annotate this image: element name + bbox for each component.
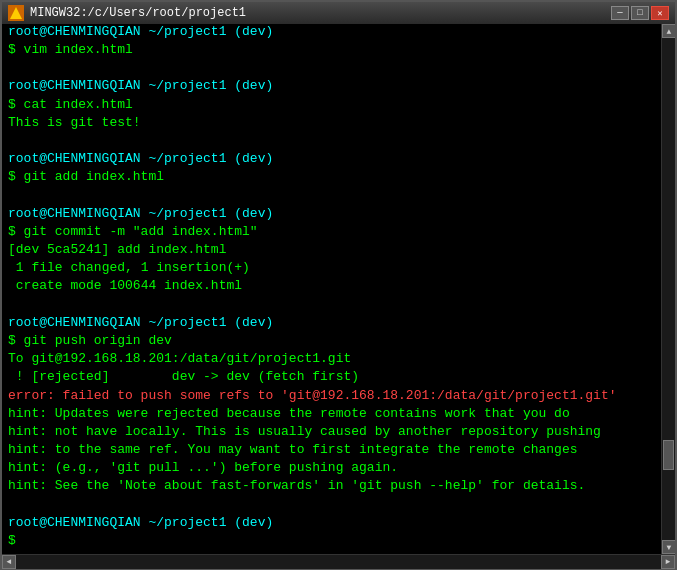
scrollbar: ▲ ▼ (661, 24, 675, 554)
terminal-window: MINGW32:/c/Users/root/project1 ─ □ ✕ roo… (0, 0, 677, 570)
scroll-up-button[interactable]: ▲ (662, 24, 675, 38)
terminal-line: hint: See the 'Note about fast-forwards'… (8, 477, 655, 495)
maximize-button[interactable]: □ (631, 6, 649, 20)
close-button[interactable]: ✕ (651, 6, 669, 20)
terminal-output[interactable]: root@CHENMINGQIAN ~/project1 (master)$ g… (2, 24, 661, 554)
terminal-line (8, 296, 655, 314)
terminal-line (8, 496, 655, 514)
titlebar: MINGW32:/c/Users/root/project1 ─ □ ✕ (2, 2, 675, 24)
terminal-line (8, 132, 655, 150)
terminal-line: error: failed to push some refs to 'git@… (8, 387, 655, 405)
terminal-line: $ vim index.html (8, 41, 655, 59)
terminal-line: 1 file changed, 1 insertion(+) (8, 259, 655, 277)
terminal-line: $ (8, 532, 655, 550)
terminal-line: root@CHENMINGQIAN ~/project1 (dev) (8, 205, 655, 223)
window-controls: ─ □ ✕ (611, 6, 669, 20)
terminal-line: hint: (e.g., 'git pull ...') before push… (8, 459, 655, 477)
scroll-right-button[interactable]: ► (661, 555, 675, 569)
horizontal-track[interactable] (16, 555, 661, 569)
terminal-line: [dev 5ca5241] add index.html (8, 241, 655, 259)
terminal-line: create mode 100644 index.html (8, 277, 655, 295)
terminal-line (8, 59, 655, 77)
terminal-line: ! [rejected] dev -> dev (fetch first) (8, 368, 655, 386)
terminal-line: hint: not have locally. This is usually … (8, 423, 655, 441)
app-icon (8, 5, 24, 21)
terminal-line: root@CHENMINGQIAN ~/project1 (dev) (8, 150, 655, 168)
terminal-line: To git@192.168.18.201:/data/git/project1… (8, 350, 655, 368)
terminal-body: root@CHENMINGQIAN ~/project1 (master)$ g… (2, 24, 675, 554)
terminal-line: $ git add index.html (8, 168, 655, 186)
terminal-line: This is git test! (8, 114, 655, 132)
terminal-line (8, 186, 655, 204)
terminal-line: hint: Updates were rejected because the … (8, 405, 655, 423)
terminal-line: root@CHENMINGQIAN ~/project1 (dev) (8, 24, 655, 41)
scroll-left-button[interactable]: ◄ (2, 555, 16, 569)
terminal-line: $ cat index.html (8, 96, 655, 114)
terminal-line: root@CHENMINGQIAN ~/project1 (dev) (8, 514, 655, 532)
terminal-line: $ git push origin dev (8, 332, 655, 350)
horizontal-scrollbar: ◄ ► (2, 554, 675, 568)
terminal-line: hint: to the same ref. You may want to f… (8, 441, 655, 459)
scroll-down-button[interactable]: ▼ (662, 540, 675, 554)
minimize-button[interactable]: ─ (611, 6, 629, 20)
terminal-line: $ git commit -m "add index.html" (8, 223, 655, 241)
terminal-line: root@CHENMINGQIAN ~/project1 (dev) (8, 77, 655, 95)
scrollbar-track[interactable] (662, 38, 675, 540)
terminal-line: root@CHENMINGQIAN ~/project1 (dev) (8, 314, 655, 332)
scrollbar-thumb[interactable] (663, 440, 674, 470)
window-title: MINGW32:/c/Users/root/project1 (30, 6, 611, 20)
